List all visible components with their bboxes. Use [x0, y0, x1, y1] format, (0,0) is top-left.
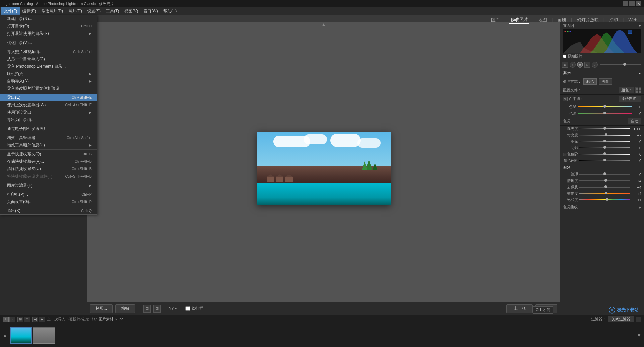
- menu-export[interactable]: 导出(E)...Ctrl+Shift+E: [0, 94, 97, 101]
- page-1-btn[interactable]: 1: [3, 317, 9, 322]
- tone-label: 色调: [563, 119, 570, 124]
- grid-view-btn[interactable]: ⊞: [17, 317, 23, 322]
- scroll-up-arrow[interactable]: ▲: [322, 22, 326, 27]
- profile-label: 配置文件：: [563, 88, 581, 93]
- bw-button[interactable]: 黑白: [599, 78, 612, 85]
- temp-slider[interactable]: [578, 106, 632, 107]
- view-compare-btn[interactable]: ⊠: [153, 305, 161, 313]
- soft-proofing-checkbox[interactable]: [185, 306, 190, 311]
- menu-print[interactable]: 打印机(P)...Ctrl+P: [0, 191, 97, 198]
- graduated-filter-tool[interactable]: □: [584, 62, 590, 68]
- vibrance-slider[interactable]: [579, 193, 630, 194]
- profile-dropdown[interactable]: 颜色 ÷: [619, 87, 634, 93]
- module-web[interactable]: Web: [627, 17, 639, 23]
- menu-recent-catalog[interactable]: 打开最近使用的目录(R)▶: [0, 30, 97, 37]
- presence-title: 偏好: [563, 165, 570, 170]
- module-print[interactable]: 打印: [608, 16, 619, 24]
- menu-new-catalog[interactable]: 新建目录(N)...: [0, 15, 97, 22]
- filmstrip-scroll-left[interactable]: ▲: [3, 333, 7, 338]
- crop-tool[interactable]: ⊞: [562, 62, 568, 68]
- module-book[interactable]: 画册: [556, 16, 568, 24]
- prev-arrow-btn[interactable]: ◀: [32, 317, 38, 322]
- menu-quit[interactable]: 退出(X)Ctrl+Q: [0, 207, 97, 214]
- module-map[interactable]: 地图: [537, 16, 548, 24]
- menu-tethered-capture[interactable]: 联机拍摄▶: [0, 70, 97, 77]
- whites-slider[interactable]: [579, 154, 630, 155]
- menu-optimize-catalog[interactable]: 优化目录(V)...: [0, 39, 97, 46]
- filter-label: 过滤器：: [591, 317, 606, 322]
- menu-import-ps-elements[interactable]: 导入 Photoshop Elements 目录...: [0, 63, 97, 70]
- tone-curve-section[interactable]: 色调曲线 ▶: [560, 203, 644, 211]
- menu-plugin-extras[interactable]: 增效工具额外信息(U)▶: [0, 141, 97, 149]
- menu-save-quick-collection[interactable]: 存储快捷收藏夹(V)...Ctrl+Alt+B: [0, 158, 97, 165]
- minimize-button[interactable]: ─: [623, 1, 628, 6]
- tool-slider[interactable]: [600, 64, 641, 65]
- dehaze-slider[interactable]: [579, 187, 630, 188]
- menu-import-from-catalog[interactable]: 从另一个目录导入(C)...: [0, 55, 97, 63]
- tint-slider[interactable]: [578, 113, 632, 114]
- treatment-label: 处理方式：: [563, 79, 581, 84]
- blacks-slider[interactable]: [579, 160, 630, 161]
- highlights-slider[interactable]: [579, 141, 630, 142]
- close-button[interactable]: ✕: [636, 1, 641, 6]
- menu-item-view[interactable]: 视图(V): [122, 7, 141, 15]
- module-slideshow[interactable]: 幻灯片放映: [576, 16, 600, 24]
- menu-auto-import[interactable]: 自动导入(A)▶: [0, 77, 97, 85]
- filter-close-btn[interactable]: 关闭过滤器: [608, 316, 634, 322]
- redeye-tool[interactable]: [577, 62, 583, 68]
- maximize-button[interactable]: □: [629, 1, 635, 6]
- clarity-slider[interactable]: [579, 180, 630, 181]
- original-photo-checkbox[interactable]: [563, 55, 566, 58]
- filmstrip-thumb-1[interactable]: [10, 327, 32, 344]
- next-arrow-btn[interactable]: ▶: [39, 317, 45, 322]
- basic-section-arrow[interactable]: ▼: [638, 72, 641, 75]
- saturation-slider[interactable]: [579, 199, 630, 200]
- copy-button[interactable]: 拷贝...: [90, 304, 113, 313]
- module-develop[interactable]: 修改照片: [509, 16, 529, 24]
- filter-extra-btn[interactable]: ☰: [636, 317, 641, 322]
- view-loupe-btn[interactable]: ⊡: [143, 305, 151, 313]
- menu-item-file[interactable]: 文件(F): [1, 7, 20, 15]
- menu-export-with-preset[interactable]: 使用预设导出▶: [0, 109, 97, 116]
- wb-dropdown[interactable]: 原始设置 ÷: [619, 96, 641, 102]
- separator-6: [0, 149, 97, 150]
- auto-button[interactable]: 自动: [628, 118, 641, 124]
- menu-import-photos[interactable]: 导入照片和视频(I)...Ctrl+Shift+I: [0, 48, 97, 55]
- menu-export-with-previous[interactable]: 使用上次设置导出(W)Ctrl+Alt+Shift+E: [0, 101, 97, 109]
- color-button[interactable]: 彩色: [583, 78, 597, 85]
- wb-eyedropper[interactable]: ✎: [563, 97, 568, 101]
- filmstrip-thumb-2[interactable]: [33, 327, 55, 344]
- profile-grid-btn[interactable]: [635, 87, 641, 93]
- filmstrip-view-btn[interactable]: ≡: [24, 317, 30, 322]
- hut-1-roof: [266, 174, 275, 177]
- menu-page-setup[interactable]: 页面设置(G)...Ctrl+Shift+P: [0, 198, 97, 205]
- separator-3: [0, 93, 97, 93]
- menu-item-window[interactable]: 窗口(W): [141, 7, 160, 15]
- page-2-btn[interactable]: 2: [9, 317, 15, 322]
- menu-item-tools[interactable]: 工具(T): [103, 7, 122, 15]
- spot-removal-tool[interactable]: ○: [570, 62, 576, 68]
- menu-export-as-catalog[interactable]: 导出为目录(I)...: [0, 116, 97, 123]
- paste-button[interactable]: 粘贴: [115, 304, 135, 313]
- menu-item-develop[interactable]: 修改照片(D): [39, 7, 66, 15]
- radial-filter-tool[interactable]: ○: [592, 62, 598, 68]
- shadows-slider[interactable]: [579, 147, 630, 148]
- exposure-slider[interactable]: [579, 128, 630, 129]
- menu-import-develop-presets[interactable]: 导入修改照片配置文件和预设...: [0, 85, 97, 92]
- filmstrip-scroll-right[interactable]: ▼: [637, 333, 641, 338]
- menu-library-filter[interactable]: 图库过滤器(F)▶: [0, 182, 97, 189]
- wb-row: ✎ 白平衡： 原始设置 ÷: [560, 95, 644, 103]
- menu-plugin-manager[interactable]: 增效工具管理器...Ctrl+Alt+Shift+,: [0, 134, 97, 141]
- menu-clear-quick-collection[interactable]: 清除快捷收藏夹(U)Ctrl+Shift+B: [0, 165, 97, 172]
- menu-show-quick-collection[interactable]: 显示快捷收藏夹(Q)Ctrl+B: [0, 150, 97, 158]
- prev-button[interactable]: 上一张: [506, 304, 533, 313]
- menu-email-photos[interactable]: 通过电子邮件发送照片...: [0, 125, 97, 132]
- module-library[interactable]: 图库: [490, 16, 501, 24]
- menu-item-settings[interactable]: 设置(S): [85, 7, 103, 15]
- menu-item-edit[interactable]: 编辑(E): [20, 7, 39, 15]
- menu-open-catalog[interactable]: 打开目录(O)...Ctrl+O: [0, 22, 97, 30]
- texture-slider[interactable]: [579, 174, 630, 175]
- menu-item-help[interactable]: 帮助(H): [161, 7, 180, 15]
- menu-item-photo[interactable]: 照片(P): [66, 7, 85, 15]
- contrast-slider[interactable]: [579, 135, 630, 136]
